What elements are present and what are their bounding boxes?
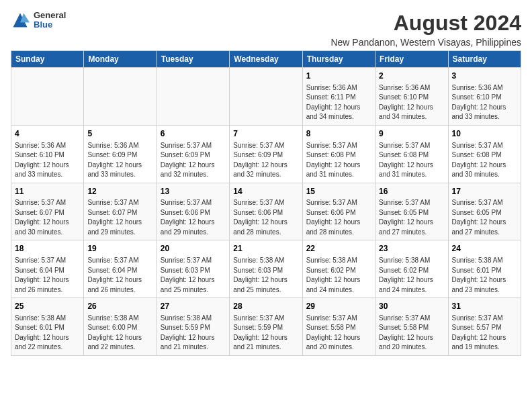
day-number: 5 (87, 128, 152, 140)
day-number: 26 (87, 301, 152, 312)
column-header-tuesday: Tuesday (157, 51, 229, 68)
calendar-cell: 11Sunrise: 5:37 AM Sunset: 6:07 PM Dayli… (11, 183, 84, 240)
day-info: Sunrise: 5:37 AM Sunset: 6:07 PM Dayligh… (15, 198, 80, 237)
day-info: Sunrise: 5:37 AM Sunset: 6:06 PM Dayligh… (233, 198, 298, 237)
column-header-wednesday: Wednesday (230, 51, 302, 68)
logo: General Blue (11, 11, 66, 30)
day-number: 22 (306, 243, 371, 255)
day-number: 8 (306, 128, 371, 140)
calendar-cell: 18Sunrise: 5:37 AM Sunset: 6:04 PM Dayli… (11, 240, 84, 298)
day-number: 29 (306, 301, 371, 312)
calendar-cell: 17Sunrise: 5:37 AM Sunset: 6:05 PM Dayli… (448, 183, 521, 240)
day-info: Sunrise: 5:37 AM Sunset: 6:08 PM Dayligh… (306, 141, 371, 180)
day-info: Sunrise: 5:37 AM Sunset: 6:06 PM Dayligh… (306, 198, 371, 237)
calendar-week-row: 25Sunrise: 5:38 AM Sunset: 6:01 PM Dayli… (11, 298, 521, 356)
calendar-cell: 22Sunrise: 5:38 AM Sunset: 6:02 PM Dayli… (302, 240, 375, 298)
day-number: 30 (379, 301, 444, 312)
day-number: 7 (233, 128, 298, 140)
day-info: Sunrise: 5:36 AM Sunset: 6:11 PM Dayligh… (306, 83, 371, 122)
calendar-cell: 26Sunrise: 5:38 AM Sunset: 6:00 PM Dayli… (84, 298, 157, 356)
day-info: Sunrise: 5:37 AM Sunset: 6:09 PM Dayligh… (233, 141, 298, 180)
day-info: Sunrise: 5:38 AM Sunset: 6:02 PM Dayligh… (379, 256, 444, 295)
day-info: Sunrise: 5:37 AM Sunset: 6:06 PM Dayligh… (161, 198, 226, 237)
page-header: General Blue August 2024 New Pandanon, W… (11, 11, 521, 48)
day-info: Sunrise: 5:37 AM Sunset: 6:05 PM Dayligh… (379, 198, 444, 237)
calendar-cell: 6Sunrise: 5:37 AM Sunset: 6:09 PM Daylig… (157, 125, 229, 183)
day-info: Sunrise: 5:36 AM Sunset: 6:10 PM Dayligh… (15, 141, 80, 180)
day-number: 14 (233, 186, 298, 197)
calendar-cell: 2Sunrise: 5:36 AM Sunset: 6:10 PM Daylig… (375, 68, 448, 126)
day-info: Sunrise: 5:38 AM Sunset: 6:02 PM Dayligh… (306, 256, 371, 295)
day-info: Sunrise: 5:37 AM Sunset: 6:04 PM Dayligh… (87, 256, 152, 295)
column-header-friday: Friday (375, 51, 448, 68)
day-info: Sunrise: 5:38 AM Sunset: 6:00 PM Dayligh… (87, 314, 152, 353)
day-number: 3 (452, 71, 517, 82)
calendar-cell: 31Sunrise: 5:37 AM Sunset: 5:57 PM Dayli… (448, 298, 521, 356)
calendar-cell: 24Sunrise: 5:38 AM Sunset: 6:01 PM Dayli… (448, 240, 521, 298)
day-number: 23 (379, 243, 444, 255)
calendar-week-row: 11Sunrise: 5:37 AM Sunset: 6:07 PM Dayli… (11, 183, 521, 240)
logo-general: General (34, 11, 66, 20)
calendar-header-row: SundayMondayTuesdayWednesdayThursdayFrid… (11, 51, 521, 68)
calendar-cell: 1Sunrise: 5:36 AM Sunset: 6:11 PM Daylig… (302, 68, 375, 126)
calendar-cell (11, 68, 84, 126)
calendar-cell: 23Sunrise: 5:38 AM Sunset: 6:02 PM Dayli… (375, 240, 448, 298)
day-info: Sunrise: 5:38 AM Sunset: 5:59 PM Dayligh… (161, 314, 226, 353)
day-number: 11 (15, 186, 80, 197)
calendar-cell: 13Sunrise: 5:37 AM Sunset: 6:06 PM Dayli… (157, 183, 229, 240)
calendar-cell: 7Sunrise: 5:37 AM Sunset: 6:09 PM Daylig… (230, 125, 302, 183)
calendar-cell: 8Sunrise: 5:37 AM Sunset: 6:08 PM Daylig… (302, 125, 375, 183)
calendar-cell: 30Sunrise: 5:37 AM Sunset: 5:58 PM Dayli… (375, 298, 448, 356)
calendar-cell: 28Sunrise: 5:37 AM Sunset: 5:59 PM Dayli… (230, 298, 302, 356)
column-header-monday: Monday (84, 51, 157, 68)
day-number: 6 (161, 128, 226, 140)
logo-text: General Blue (34, 11, 66, 30)
calendar-cell: 4Sunrise: 5:36 AM Sunset: 6:10 PM Daylig… (11, 125, 84, 183)
day-info: Sunrise: 5:37 AM Sunset: 6:08 PM Dayligh… (379, 141, 444, 180)
day-info: Sunrise: 5:37 AM Sunset: 6:04 PM Dayligh… (15, 256, 80, 295)
day-number: 17 (452, 186, 517, 197)
calendar-cell: 27Sunrise: 5:38 AM Sunset: 5:59 PM Dayli… (157, 298, 229, 356)
day-info: Sunrise: 5:36 AM Sunset: 6:10 PM Dayligh… (379, 83, 444, 122)
day-number: 1 (306, 71, 371, 82)
day-info: Sunrise: 5:37 AM Sunset: 6:07 PM Dayligh… (87, 198, 152, 237)
calendar-cell: 15Sunrise: 5:37 AM Sunset: 6:06 PM Dayli… (302, 183, 375, 240)
column-header-sunday: Sunday (11, 51, 84, 68)
day-number: 20 (161, 243, 226, 255)
day-number: 10 (452, 128, 517, 140)
calendar-week-row: 4Sunrise: 5:36 AM Sunset: 6:10 PM Daylig… (11, 125, 521, 183)
calendar-table: SundayMondayTuesdayWednesdayThursdayFrid… (11, 50, 521, 356)
calendar-cell (230, 68, 302, 126)
calendar-cell: 16Sunrise: 5:37 AM Sunset: 6:05 PM Dayli… (375, 183, 448, 240)
subtitle: New Pandanon, Western Visayas, Philippin… (330, 37, 521, 48)
day-number: 16 (379, 186, 444, 197)
calendar-cell: 29Sunrise: 5:37 AM Sunset: 5:58 PM Dayli… (302, 298, 375, 356)
day-info: Sunrise: 5:37 AM Sunset: 5:58 PM Dayligh… (306, 314, 371, 353)
logo-icon (11, 11, 30, 30)
day-info: Sunrise: 5:38 AM Sunset: 6:01 PM Dayligh… (452, 256, 517, 295)
day-info: Sunrise: 5:38 AM Sunset: 6:01 PM Dayligh… (15, 314, 80, 353)
calendar-cell: 21Sunrise: 5:38 AM Sunset: 6:03 PM Dayli… (230, 240, 302, 298)
day-info: Sunrise: 5:37 AM Sunset: 6:03 PM Dayligh… (161, 256, 226, 295)
calendar-cell: 14Sunrise: 5:37 AM Sunset: 6:06 PM Dayli… (230, 183, 302, 240)
day-number: 9 (379, 128, 444, 140)
day-number: 21 (233, 243, 298, 255)
day-number: 24 (452, 243, 517, 255)
calendar-cell: 19Sunrise: 5:37 AM Sunset: 6:04 PM Dayli… (84, 240, 157, 298)
day-number: 18 (15, 243, 80, 255)
calendar-cell (157, 68, 229, 126)
day-number: 15 (306, 186, 371, 197)
calendar-cell: 20Sunrise: 5:37 AM Sunset: 6:03 PM Dayli… (157, 240, 229, 298)
calendar-week-row: 1Sunrise: 5:36 AM Sunset: 6:11 PM Daylig… (11, 68, 521, 126)
day-info: Sunrise: 5:36 AM Sunset: 6:10 PM Dayligh… (452, 83, 517, 122)
day-info: Sunrise: 5:37 AM Sunset: 6:09 PM Dayligh… (161, 141, 226, 180)
calendar-cell: 12Sunrise: 5:37 AM Sunset: 6:07 PM Dayli… (84, 183, 157, 240)
calendar-week-row: 18Sunrise: 5:37 AM Sunset: 6:04 PM Dayli… (11, 240, 521, 298)
title-block: August 2024 New Pandanon, Western Visaya… (330, 11, 521, 48)
calendar-cell: 10Sunrise: 5:37 AM Sunset: 6:08 PM Dayli… (448, 125, 521, 183)
day-number: 31 (452, 301, 517, 312)
day-number: 28 (233, 301, 298, 312)
day-number: 2 (379, 71, 444, 82)
day-number: 13 (161, 186, 226, 197)
day-info: Sunrise: 5:37 AM Sunset: 6:08 PM Dayligh… (452, 141, 517, 180)
